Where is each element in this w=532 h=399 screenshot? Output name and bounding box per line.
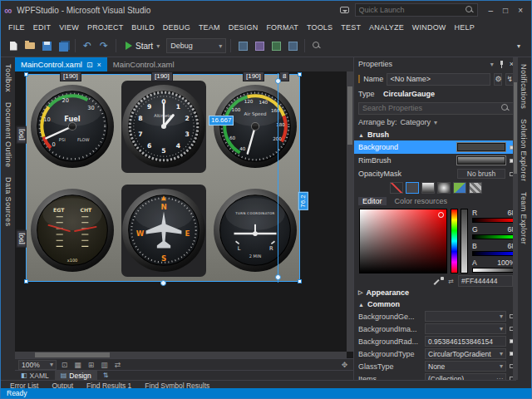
opacitymask-value[interactable]: No brush (457, 169, 505, 179)
blue-slider[interactable] (472, 251, 515, 256)
menu-team[interactable]: TEAM (195, 23, 224, 32)
gauge-airspeed[interactable]: 40 60 80 100 120 140 160 180 200 Air Spe… (213, 84, 298, 169)
tab-color-resources[interactable]: Color resources (395, 197, 448, 205)
color-cursor[interactable] (438, 212, 444, 218)
image-brush-tab[interactable] (453, 182, 466, 194)
menu-window[interactable]: WINDOW (408, 23, 451, 32)
start-debug-button[interactable]: Start ▾ (121, 42, 165, 51)
section-common[interactable]: ▲ Common (354, 298, 518, 310)
gauge-fuel[interactable]: 0 10 20 30 Fuel PSI FLOW (30, 84, 115, 169)
section-brush[interactable]: ▲ Brush (354, 129, 518, 140)
property-row-rimbrush[interactable]: RimBrush (354, 154, 518, 167)
save-button[interactable] (39, 38, 54, 53)
property-value-input[interactable]: 0.953846153846154 (425, 336, 506, 347)
solid-brush-tab[interactable] (406, 182, 419, 194)
arrange-value[interactable]: Category (401, 118, 431, 126)
tool-icon-4[interactable] (285, 38, 300, 53)
selection-handle[interactable] (298, 279, 302, 283)
feedback-icon[interactable] (340, 7, 349, 13)
undo-button[interactable]: ↶ (80, 38, 95, 53)
eyedropper-icon[interactable] (435, 277, 444, 286)
grid-splitter-knob[interactable] (275, 274, 281, 280)
null-brush-tab[interactable] (390, 182, 403, 194)
tab-design-view[interactable]: ▤ Design (55, 371, 97, 380)
property-row-background[interactable]: Background (354, 140, 518, 154)
tool-icon-1[interactable] (235, 38, 250, 53)
rimbrush-color-swatch[interactable] (457, 156, 505, 165)
property-value-dropdown[interactable]: None ▾ (425, 361, 506, 372)
tool-icon-2[interactable] (252, 38, 267, 53)
pin-icon[interactable]: ⊡ (86, 61, 93, 69)
maximize-button[interactable]: □ (498, 6, 513, 15)
menu-debug[interactable]: DEBUG (159, 23, 195, 32)
property-value-dropdown[interactable]: CircularTopGradient ▾ (425, 348, 506, 359)
property-value-dropdown[interactable]: ▾ (425, 311, 506, 322)
open-file-button[interactable] (22, 38, 37, 53)
find-button[interactable] (309, 38, 324, 53)
selection-handle[interactable] (24, 72, 28, 76)
doc-tab-active[interactable]: MainControl.xaml ⊡ × (15, 57, 107, 71)
guides-button[interactable]: ▥ (99, 361, 110, 369)
gauge-compass[interactable]: N E S W (121, 188, 206, 273)
channel-green[interactable]: G 68 (472, 225, 515, 240)
alpha-slider[interactable] (461, 209, 468, 273)
pin-icon[interactable] (499, 61, 505, 68)
menu-build[interactable]: BUILD (127, 23, 159, 32)
channel-red[interactable]: R 68 (472, 209, 515, 224)
design-surface[interactable]: 0 10 20 30 Fuel PSI FLOW (15, 71, 353, 358)
search-properties-input[interactable] (362, 104, 498, 112)
show-grid-button[interactable]: ▦ (72, 361, 83, 369)
search-properties-box[interactable] (358, 102, 514, 115)
gauge-egt[interactable]: EGT CHT x100 (30, 188, 115, 273)
property-value-dropdown[interactable]: ▾ (425, 323, 506, 334)
save-all-button[interactable] (56, 38, 71, 53)
linear-gradient-brush-tab[interactable] (421, 182, 435, 194)
menu-edit[interactable]: EDIT (29, 23, 55, 32)
toolbar-options-button[interactable]: ▾ (511, 38, 526, 53)
snapping-button[interactable]: ⇄ (112, 361, 123, 369)
menu-tools[interactable]: TOOLS (303, 23, 337, 32)
swap-panes-button[interactable]: ⇅ (97, 371, 115, 380)
gauge-altimeter[interactable]: 0 1 2 3 4 5 6 7 8 9 Altimeter (121, 84, 206, 169)
sidebar-tab-document-outline[interactable]: Document Outline (4, 102, 12, 167)
tab-editor[interactable]: Editor (358, 197, 387, 205)
menu-file[interactable]: FILE (4, 23, 29, 32)
grid-split-line[interactable] (278, 73, 278, 283)
designer-vertical-scrollbar[interactable] (347, 71, 353, 352)
channel-blue[interactable]: B 68 (472, 242, 515, 257)
quick-launch-input[interactable] (359, 6, 462, 14)
doc-tab-inactive[interactable]: MainControl.xaml (107, 57, 180, 71)
gauge-turn-coordinator[interactable]: TURN COORDINATOR L R 2 MIN (213, 188, 298, 273)
selection-handle[interactable] (298, 72, 302, 76)
property-value-collection[interactable]: (Collection) ⋯ (425, 373, 506, 380)
close-tab-icon[interactable]: × (96, 61, 101, 69)
sidebar-tab-notifications[interactable]: Notifications (520, 64, 528, 109)
redo-button[interactable]: ↷ (96, 38, 111, 53)
tab-xaml-view[interactable]: ◧ XAML (15, 371, 55, 380)
property-row-opacitymask[interactable]: OpacityMask No brush (354, 167, 518, 180)
sidebar-tab-team-explorer[interactable]: Team Explorer (520, 192, 528, 244)
name-input[interactable] (387, 73, 490, 86)
hex-color-input[interactable]: #FF444444 (458, 275, 513, 287)
zoom-fit-button[interactable]: ⊡ (59, 361, 70, 369)
tool-icon-3[interactable] (268, 38, 283, 53)
menu-view[interactable]: VIEW (55, 23, 83, 32)
selection-handle[interactable] (24, 279, 28, 283)
snap-grid-button[interactable]: ⊞ (86, 361, 96, 369)
pan-button[interactable]: ✥ (339, 361, 350, 369)
menu-project[interactable]: PROJECT (83, 23, 127, 32)
minimize-button[interactable]: – (484, 6, 499, 15)
menu-test[interactable]: TEST (337, 23, 365, 32)
configuration-dropdown[interactable]: Debug ▾ (166, 38, 226, 53)
zoom-dropdown[interactable]: 100% ▾ (18, 360, 57, 370)
new-file-button[interactable] (6, 38, 21, 53)
designer-horizontal-scrollbar[interactable] (15, 352, 347, 358)
grid-splitter-knob[interactable] (160, 280, 166, 286)
menu-help[interactable]: HELP (451, 23, 479, 32)
tile-brush-tab[interactable] (469, 182, 482, 194)
gear-icon[interactable]: ⚙ (494, 73, 502, 86)
quick-launch-box[interactable] (355, 3, 478, 17)
green-slider[interactable] (472, 234, 515, 239)
section-appearance[interactable]: ▷ Appearance (354, 287, 518, 298)
channel-alpha[interactable]: A 100% (472, 259, 515, 273)
